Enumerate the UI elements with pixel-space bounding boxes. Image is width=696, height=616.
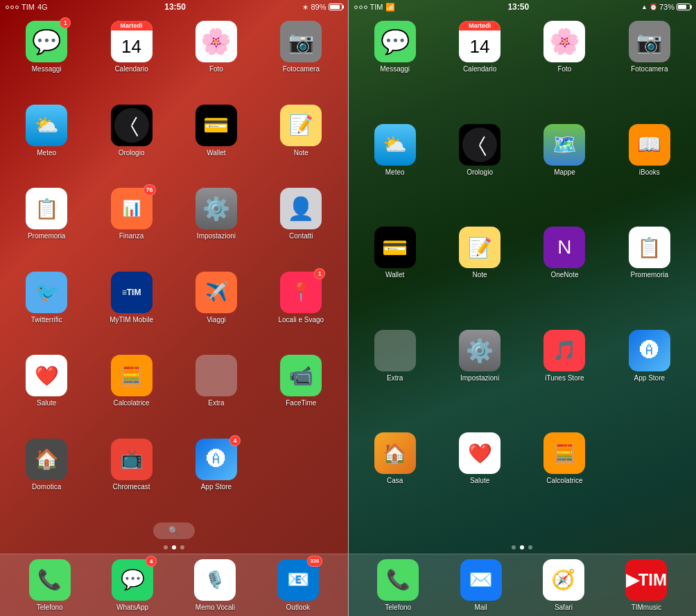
app-calcolatrice-left[interactable]: 🧮 Calcolatrice: [90, 355, 172, 430]
safari-dock-icon-right[interactable]: 🧭: [543, 559, 584, 601]
app-twitterrific-left[interactable]: 🐦 Twitterrific: [6, 272, 87, 347]
foto-icon-right[interactable]: 🌸: [543, 21, 585, 62]
mail-dock-icon-right[interactable]: ✉️: [460, 559, 502, 601]
whatsapp-dock-icon-left[interactable]: 💬 4: [112, 559, 153, 601]
app-health-right[interactable]: ❤️ Salute: [439, 432, 521, 527]
app-messaggi-left[interactable]: 💬 1 Messaggi: [6, 21, 87, 96]
domotica-icon-left[interactable]: 🏠: [26, 439, 67, 480]
calendario-icon-right[interactable]: Martedì 14: [459, 21, 501, 62]
extra-folder-icon-right[interactable]: [374, 330, 416, 371]
app-appstore-right[interactable]: 🅐 App Store: [609, 330, 690, 425]
appstore-icon-right[interactable]: 🅐: [629, 330, 670, 371]
finanza-icon-left[interactable]: 📊 76: [111, 188, 153, 229]
app-itunes-right[interactable]: 🎵 iTunes Store: [523, 330, 605, 425]
app-chromecast-left[interactable]: 📺 Chromecast: [90, 439, 172, 514]
app-wallet-left[interactable]: 💳 Wallet: [175, 105, 257, 180]
telefono-dock-icon-right[interactable]: 📞: [377, 559, 419, 601]
wallet-icon-left[interactable]: 💳: [195, 105, 237, 146]
locali-icon-left[interactable]: 📍 1: [280, 272, 322, 313]
facetime-icon-left[interactable]: 📹: [280, 355, 322, 396]
meteo-icon-left[interactable]: ⛅: [26, 105, 67, 146]
mappe-icon-right[interactable]: 🗺️: [543, 124, 585, 166]
app-viaggi-left[interactable]: ✈️ Viaggi: [175, 272, 257, 347]
app-extra-right[interactable]: Extra: [354, 330, 436, 425]
app-wallet-right[interactable]: 💳 Wallet: [354, 227, 436, 322]
app-onenote-right[interactable]: N OneNote: [523, 227, 605, 322]
timmusic-dock-icon-right[interactable]: ▶TIM: [625, 559, 667, 601]
app-note-left[interactable]: 📝 Note: [260, 105, 342, 180]
dock-outlook-left[interactable]: 📧 336 Outlook: [277, 559, 319, 612]
meteo-icon-right[interactable]: ⛅: [374, 124, 416, 166]
orologio-icon-right[interactable]: [459, 124, 501, 166]
app-impostazioni-right[interactable]: ⚙️ Impostazioni: [439, 330, 521, 425]
app-extra-left[interactable]: Extra: [175, 355, 257, 430]
app-orologio-left[interactable]: Orologio: [90, 105, 172, 180]
messaggi-icon-right[interactable]: 💬: [374, 21, 416, 62]
contatti-icon-left[interactable]: 👤: [280, 188, 322, 229]
messaggi-icon-left[interactable]: 💬 1: [26, 21, 67, 62]
promemoria-icon-left[interactable]: 📋: [26, 188, 67, 229]
app-foto-right[interactable]: 🌸 Foto: [523, 21, 605, 116]
calcolatrice-icon-left[interactable]: 🧮: [111, 355, 153, 396]
app-meteo-right[interactable]: ⛅ Meteo: [354, 124, 436, 219]
app-ibooks-right[interactable]: 📖 iBooks: [609, 124, 690, 219]
app-casa-right[interactable]: 🏠 Casa: [354, 432, 436, 527]
promemoria-icon-right[interactable]: 📋: [629, 227, 670, 268]
app-finanza-left[interactable]: 📊 76 Finanza: [90, 188, 172, 263]
app-promemoria-right[interactable]: 📋 Promemoria: [609, 227, 690, 322]
app-mytim-left[interactable]: ≡TIM MyTIM Mobile: [90, 272, 172, 347]
casa-icon-right[interactable]: 🏠: [374, 432, 416, 474]
app-fotocamera-left[interactable]: 📷 Fotocamera: [260, 21, 342, 96]
app-domotica-left[interactable]: 🏠 Domotica: [6, 439, 87, 514]
dock-mail-right[interactable]: ✉️ Mail: [460, 559, 502, 612]
memo-dock-icon-left[interactable]: 🎙️: [194, 559, 236, 601]
wallet-icon-right[interactable]: 💳: [374, 227, 416, 268]
app-mappe-right[interactable]: 🗺️ Mappe: [523, 124, 605, 219]
app-promemoria-left[interactable]: 📋 Promemoria: [6, 188, 87, 263]
fotocamera-icon-right[interactable]: 📷: [629, 21, 670, 62]
extra-icon-left[interactable]: [195, 355, 237, 396]
note-icon-right[interactable]: 📝: [459, 227, 501, 268]
app-locali-left[interactable]: 📍 1 Locali e Svago: [260, 272, 342, 347]
dock-safari-right[interactable]: 🧭 Safari: [543, 559, 584, 612]
app-calcolatrice-right[interactable]: 🧮 Calcolatrice: [523, 432, 605, 527]
app-meteo-left[interactable]: ⛅ Meteo: [6, 105, 87, 180]
app-fotocamera-right[interactable]: 📷 Fotocamera: [609, 21, 690, 116]
viaggi-icon-left[interactable]: ✈️: [195, 272, 237, 313]
orologio-icon-left[interactable]: [111, 105, 153, 146]
fotocamera-icon-left[interactable]: 📷: [280, 21, 322, 62]
app-foto-left[interactable]: 🌸 Foto: [175, 21, 257, 96]
app-messaggi-right[interactable]: 💬 Messaggi: [354, 21, 436, 116]
search-bar-left[interactable]: 🔍: [153, 522, 195, 539]
app-impostazioni-left[interactable]: ⚙️ Impostazioni: [175, 188, 257, 263]
dock-whatsapp-left[interactable]: 💬 4 WhatsApp: [112, 559, 153, 612]
health-icon-right[interactable]: ❤️: [459, 432, 501, 474]
dock-timmusic-right[interactable]: ▶TIM TIMmusic: [625, 559, 667, 612]
impostazioni-icon-left[interactable]: ⚙️: [195, 188, 237, 229]
chromecast-icon-left[interactable]: 📺: [111, 439, 153, 480]
calendario-icon-left[interactable]: Martedì 14: [111, 21, 153, 62]
impostazioni-icon-right[interactable]: ⚙️: [459, 330, 501, 371]
app-calendario-left[interactable]: Martedì 14 Calendario: [90, 21, 172, 96]
appstore-icon-left[interactable]: 🅐 4: [195, 439, 237, 480]
note-icon-left[interactable]: 📝: [280, 105, 322, 146]
mytim-icon-left[interactable]: ≡TIM: [111, 272, 153, 313]
foto-icon-left[interactable]: 🌸: [195, 21, 237, 62]
calcolatrice-icon-right[interactable]: 🧮: [543, 432, 585, 474]
telefono-dock-icon-left[interactable]: 📞: [29, 559, 71, 601]
outlook-dock-icon-left[interactable]: 📧 336: [277, 559, 319, 601]
dock-telefono-left[interactable]: 📞 Telefono: [29, 559, 71, 612]
itunes-icon-right[interactable]: 🎵: [543, 330, 585, 371]
app-facetime-left[interactable]: 📹 FaceTime: [260, 355, 342, 430]
twitterrific-icon-left[interactable]: 🐦: [26, 272, 67, 313]
dock-memo-left[interactable]: 🎙️ Memo Vocali: [194, 559, 236, 612]
dock-telefono-right[interactable]: 📞 Telefono: [377, 559, 419, 612]
app-salute-left[interactable]: ❤️ Salute: [6, 355, 87, 430]
app-appstore-left[interactable]: 🅐 4 App Store: [175, 439, 257, 514]
ibooks-icon-right[interactable]: 📖: [629, 124, 670, 166]
salute-icon-left[interactable]: ❤️: [26, 355, 67, 396]
onenote-icon-right[interactable]: N: [543, 227, 585, 268]
app-calendario-right[interactable]: Martedì 14 Calendario: [439, 21, 521, 116]
app-contatti-left[interactable]: 👤 Contatti: [260, 188, 342, 263]
app-orologio-right[interactable]: Orologio: [439, 124, 521, 219]
